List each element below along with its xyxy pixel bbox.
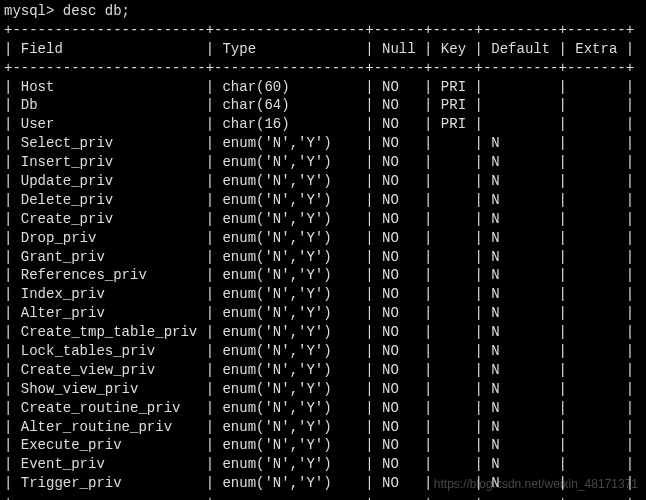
- table-row: | User | char(16) | NO | PRI | | |: [4, 115, 642, 134]
- table-row: | Lock_tables_priv | enum('N','Y') | NO …: [4, 342, 642, 361]
- table-row: | Alter_routine_priv | enum('N','Y') | N…: [4, 418, 642, 437]
- table-body: | Host | char(60) | NO | PRI | | || Db |…: [4, 78, 642, 494]
- table-row: | Host | char(60) | NO | PRI | | |: [4, 78, 642, 97]
- table-bottom-border: +-----------------------+---------------…: [4, 493, 642, 500]
- table-row: | Alter_priv | enum('N','Y') | NO | | N …: [4, 304, 642, 323]
- table-row: | Create_tmp_table_priv | enum('N','Y') …: [4, 323, 642, 342]
- table-row: | Show_view_priv | enum('N','Y') | NO | …: [4, 380, 642, 399]
- table-row: | Delete_priv | enum('N','Y') | NO | | N…: [4, 191, 642, 210]
- table-row: | Update_priv | enum('N','Y') | NO | | N…: [4, 172, 642, 191]
- table-row: | Create_priv | enum('N','Y') | NO | | N…: [4, 210, 642, 229]
- table-row: | Db | char(64) | NO | PRI | | |: [4, 96, 642, 115]
- table-row: | References_priv | enum('N','Y') | NO |…: [4, 266, 642, 285]
- table-row: | Select_priv | enum('N','Y') | NO | | N…: [4, 134, 642, 153]
- table-row: | Create_routine_priv | enum('N','Y') | …: [4, 399, 642, 418]
- table-mid-border: +-----------------------+---------------…: [4, 59, 642, 78]
- table-row: | Insert_priv | enum('N','Y') | NO | | N…: [4, 153, 642, 172]
- table-header-row: | Field | Type | Null | Key | Default | …: [4, 40, 642, 59]
- table-row: | Execute_priv | enum('N','Y') | NO | | …: [4, 436, 642, 455]
- watermark: https://blog.csdn.net/weixin_48171371: [434, 476, 638, 492]
- table-row: | Drop_priv | enum('N','Y') | NO | | N |…: [4, 229, 642, 248]
- table-row: | Create_view_priv | enum('N','Y') | NO …: [4, 361, 642, 380]
- table-top-border: +-----------------------+---------------…: [4, 21, 642, 40]
- table-row: | Event_priv | enum('N','Y') | NO | | N …: [4, 455, 642, 474]
- mysql-prompt[interactable]: mysql> desc db;: [4, 2, 642, 21]
- table-row: | Grant_priv | enum('N','Y') | NO | | N …: [4, 248, 642, 267]
- table-row: | Index_priv | enum('N','Y') | NO | | N …: [4, 285, 642, 304]
